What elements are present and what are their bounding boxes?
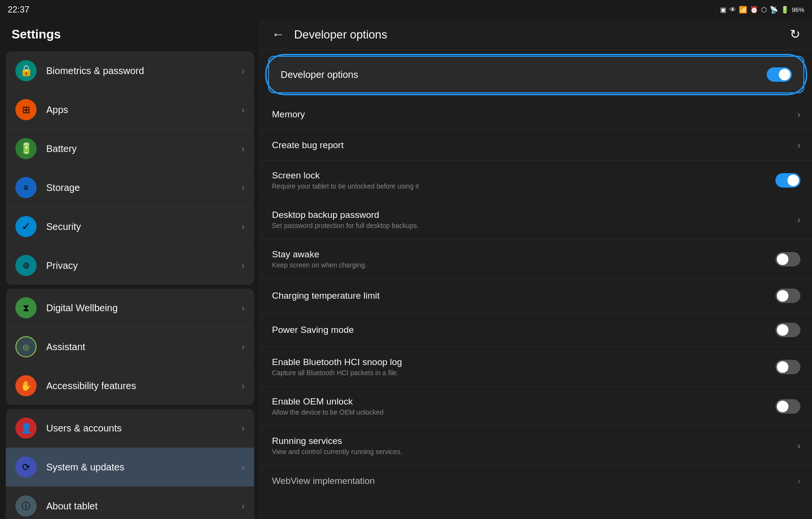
system-updates-chevron: › (242, 462, 245, 472)
right-panel: ← Developer options ↻ Developer options … (260, 19, 812, 519)
charging-temp-title: Charging temperature limit (272, 291, 775, 301)
privacy-chevron: › (242, 261, 245, 271)
status-time: 22:37 (8, 5, 29, 15)
bug-report-chevron: › (797, 139, 800, 151)
stay-awake-toggle[interactable] (775, 252, 800, 266)
assistant-icon: ◎ (15, 336, 37, 357)
users-accounts-chevron: › (242, 423, 245, 433)
privacy-label: Privacy (46, 260, 242, 271)
users-accounts-icon: 👤 (15, 418, 37, 439)
system-updates-icon: ⟳ (15, 456, 37, 478)
main-layout: Settings 🔒 Biometrics & password › ⊞ App… (0, 19, 812, 519)
memory-chevron: › (797, 109, 800, 120)
sidebar-item-assistant[interactable]: ◎ Assistant › (6, 328, 254, 367)
sidebar-item-users-accounts[interactable]: 👤 Users & accounts › (6, 409, 254, 448)
assistant-chevron: › (242, 342, 245, 352)
storage-label: Storage (46, 182, 242, 193)
settings-item-bluetooth-hci[interactable]: Enable Bluetooth HCI snoop log Capture a… (260, 347, 812, 387)
developer-options-label: Developer options (281, 69, 767, 80)
sidebar-item-privacy[interactable]: ⊛ Privacy › (6, 246, 254, 285)
about-tablet-icon: ⓘ (15, 495, 37, 517)
running-services-title: Running services (272, 436, 797, 446)
sidebar-item-system-updates[interactable]: ⟳ System & updates › (6, 448, 254, 487)
screen-lock-subtitle: Require your tablet to be unlocked befor… (272, 182, 775, 190)
charging-temp-toggle[interactable] (775, 289, 800, 303)
bluetooth-hci-toggle-thumb (777, 361, 788, 373)
settings-item-desktop-backup[interactable]: Desktop backup password Set password pro… (260, 200, 812, 240)
oem-unlock-toggle-thumb (777, 401, 788, 412)
sidebar-group-2: ⧗ Digital Wellbeing › ◎ Assistant › ✋ Ac… (6, 289, 254, 405)
refresh-button[interactable]: ↻ (790, 27, 800, 42)
security-chevron: › (242, 222, 245, 232)
bluetooth-icon: ⬡ (761, 6, 767, 13)
screen-lock-toggle-thumb (787, 175, 799, 186)
apps-label: Apps (46, 104, 242, 115)
settings-item-webview[interactable]: WebView implementation › (260, 466, 812, 496)
security-label: Security (46, 221, 242, 232)
sidebar: Settings 🔒 Biometrics & password › ⊞ App… (0, 19, 260, 519)
desktop-backup-title: Desktop backup password (272, 210, 797, 220)
sidebar-item-storage[interactable]: ≡ Storage › (6, 168, 254, 207)
power-saving-toggle[interactable] (775, 323, 800, 337)
power-saving-toggle-thumb (777, 324, 788, 336)
oem-unlock-title: Enable OEM unlock (272, 396, 775, 407)
apps-chevron: › (242, 105, 245, 115)
settings-list: Memory › Create bug report › Screen lock… (260, 97, 812, 519)
desktop-backup-subtitle: Set password protection for full desktop… (272, 222, 797, 229)
screen-lock-toggle[interactable] (775, 173, 800, 188)
wifi-icon: 📡 (770, 6, 778, 13)
battery-chevron: › (242, 144, 245, 154)
accessibility-label: Accessibility features (46, 380, 242, 392)
sidebar-item-digital-wellbeing[interactable]: ⧗ Digital Wellbeing › (6, 289, 254, 328)
settings-item-bug-report[interactable]: Create bug report › (260, 130, 812, 161)
sidebar-group-3: 👤 Users & accounts › ⟳ System & updates … (6, 409, 254, 519)
sidebar-item-accessibility[interactable]: ✋ Accessibility features › (6, 367, 254, 405)
bluetooth-hci-subtitle: Capture all Bluetooth HCI packets in a f… (272, 369, 775, 377)
settings-item-memory[interactable]: Memory › (260, 99, 812, 130)
battery-percent: 96% (792, 6, 804, 13)
about-tablet-chevron: › (242, 501, 245, 511)
sidebar-item-security[interactable]: ✓ Security › (6, 207, 254, 246)
settings-item-oem-unlock[interactable]: Enable OEM unlock Allow the device to be… (260, 387, 812, 426)
sim-icon: ▣ (720, 6, 726, 13)
settings-item-power-saving[interactable]: Power Saving mode (260, 313, 812, 347)
developer-options-row[interactable]: Developer options (268, 56, 804, 93)
settings-item-stay-awake[interactable]: Stay awake Keep screen on when charging. (260, 240, 812, 279)
back-button[interactable]: ← (272, 27, 284, 42)
settings-item-charging-temp[interactable]: Charging temperature limit (260, 279, 812, 313)
toggle-thumb (779, 69, 790, 80)
running-services-chevron: › (797, 440, 800, 451)
sidebar-item-biometrics[interactable]: 🔒 Biometrics & password › (6, 51, 254, 90)
biometrics-icon: 🔒 (15, 60, 37, 81)
users-accounts-label: Users & accounts (46, 423, 242, 434)
bug-report-title: Create bug report (272, 140, 797, 151)
webview-title: WebView implementation (272, 476, 797, 486)
signal-icon: 📶 (739, 6, 747, 13)
webview-chevron: › (797, 475, 800, 486)
developer-options-toggle[interactable] (767, 67, 792, 82)
storage-icon: ≡ (15, 177, 37, 198)
status-bar: 22:37 ▣ 👁 📶 ⏰ ⬡ 📡 🔋 96% (0, 0, 812, 19)
sidebar-item-battery[interactable]: 🔋 Battery › (6, 129, 254, 168)
stay-awake-subtitle: Keep screen on when charging. (272, 261, 775, 269)
accessibility-chevron: › (242, 381, 245, 391)
sidebar-item-about-tablet[interactable]: ⓘ About tablet › (6, 487, 254, 519)
bluetooth-hci-toggle[interactable] (775, 360, 800, 374)
desktop-backup-chevron: › (797, 214, 800, 225)
screen-lock-title: Screen lock (272, 170, 775, 181)
assistant-label: Assistant (46, 342, 242, 353)
running-services-subtitle: View and control currently running servi… (272, 448, 797, 456)
sidebar-item-apps[interactable]: ⊞ Apps › (6, 90, 254, 129)
digital-wellbeing-icon: ⧗ (15, 297, 37, 318)
battery-label: Battery (46, 143, 242, 154)
oem-unlock-subtitle: Allow the device to be OEM unlocked (272, 408, 775, 416)
apps-icon: ⊞ (15, 99, 37, 120)
power-saving-title: Power Saving mode (272, 325, 775, 335)
settings-item-screen-lock[interactable]: Screen lock Require your tablet to be un… (260, 161, 812, 200)
biometrics-chevron: › (242, 66, 245, 76)
battery-icon: 🔋 (781, 6, 789, 13)
settings-item-running-services[interactable]: Running services View and control curren… (260, 426, 812, 466)
oem-unlock-toggle[interactable] (775, 399, 800, 414)
system-updates-label: System & updates (46, 462, 242, 473)
panel-title: Developer options (294, 28, 790, 41)
